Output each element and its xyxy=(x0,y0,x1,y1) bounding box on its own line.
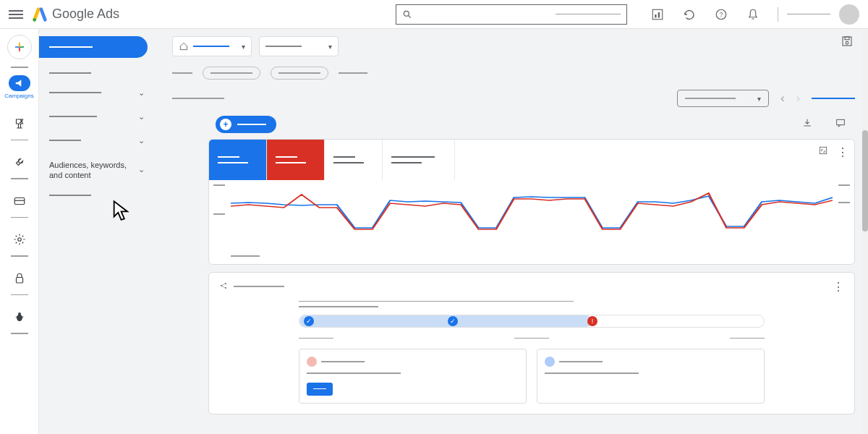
step-error-icon: ! xyxy=(587,316,597,326)
svg-rect-13 xyxy=(14,197,25,204)
filter-chip-1[interactable] xyxy=(203,67,260,80)
prev-arrow[interactable]: ‹ xyxy=(780,92,784,105)
line-chart xyxy=(231,184,833,242)
svg-line-2 xyxy=(409,15,411,17)
breadcrumb xyxy=(172,98,224,99)
svg-rect-16 xyxy=(16,277,22,283)
scrollbar-thumb[interactable] xyxy=(862,130,868,231)
menu-icon[interactable] xyxy=(9,7,23,22)
create-button[interactable] xyxy=(7,35,32,59)
notifications-icon[interactable] xyxy=(746,7,760,22)
action-row: + xyxy=(172,116,855,133)
subcard-action-button[interactable] xyxy=(307,383,333,396)
insight-subcard-2 xyxy=(537,349,765,404)
step-done-icon: ✓ xyxy=(304,316,314,326)
caret-down-icon: ▾ xyxy=(757,95,761,103)
rail-tools[interactable] xyxy=(11,153,28,171)
feedback-icon[interactable] xyxy=(835,117,846,132)
svg-rect-21 xyxy=(837,119,845,124)
caret-down-icon: ▾ xyxy=(242,43,245,51)
svg-point-0 xyxy=(33,18,36,22)
reports-icon[interactable] xyxy=(650,7,665,22)
product-logo[interactable]: Google Ads xyxy=(32,7,119,22)
scope-chip-1[interactable]: ▾ xyxy=(172,36,252,56)
filter-row xyxy=(172,67,855,80)
search-input[interactable] xyxy=(396,4,627,25)
svg-rect-5 xyxy=(658,12,660,18)
account-label[interactable] xyxy=(787,14,830,15)
rail-billing[interactable] xyxy=(11,192,28,210)
header-toolbar: ? xyxy=(650,7,760,22)
date-range-select[interactable]: ▾ xyxy=(677,90,769,107)
left-rail: Campaigns xyxy=(0,29,39,434)
metric-tab-1[interactable] xyxy=(209,140,267,180)
chevron-down-icon: ⌄ xyxy=(138,165,145,174)
search-field[interactable] xyxy=(418,9,550,20)
svg-point-1 xyxy=(404,11,409,16)
svg-point-30 xyxy=(846,41,848,44)
status-dot-icon xyxy=(545,357,555,367)
svg-line-26 xyxy=(222,284,226,286)
svg-line-27 xyxy=(222,286,226,288)
svg-point-15 xyxy=(17,238,21,242)
rail-goals[interactable] xyxy=(11,115,28,132)
product-name: Google Ads xyxy=(52,7,119,22)
svg-rect-4 xyxy=(655,14,656,18)
avatar[interactable] xyxy=(839,4,859,25)
rail-security[interactable] xyxy=(11,270,28,287)
side-nav-item-3[interactable]: ⌄ xyxy=(39,105,153,129)
metrics-chart-card: ⋮ xyxy=(208,139,855,265)
svg-rect-3 xyxy=(652,9,663,20)
side-nav-item-audiences[interactable]: Audiences, keywords, and content⌄ xyxy=(39,153,153,188)
side-nav-item-6[interactable] xyxy=(39,187,153,203)
chevron-down-icon: ⌄ xyxy=(138,136,145,145)
add-button[interactable]: + xyxy=(216,116,276,133)
status-dot-icon xyxy=(307,357,317,367)
step-done-icon: ✓ xyxy=(448,316,458,326)
side-nav-active[interactable] xyxy=(39,36,148,58)
svg-line-19 xyxy=(15,317,17,318)
next-arrow[interactable]: › xyxy=(796,92,800,105)
chart-footer-label xyxy=(231,255,260,257)
svg-point-25 xyxy=(225,287,226,289)
metric-tab-4[interactable] xyxy=(383,140,455,180)
chart-body xyxy=(209,180,854,252)
side-nav: ⌄ ⌄ ⌄ Audiences, keywords, and content⌄ xyxy=(39,29,153,434)
svg-point-24 xyxy=(225,283,226,284)
chevron-down-icon: ⌄ xyxy=(138,88,145,98)
megaphone-icon xyxy=(14,78,25,88)
insight-title xyxy=(234,286,284,287)
breadcrumb-date-row: ▾ ‹ › xyxy=(172,90,855,107)
scrollbar[interactable] xyxy=(862,29,868,434)
rail-campaigns[interactable]: Campaigns xyxy=(4,72,35,102)
save-view-icon[interactable] xyxy=(841,35,854,51)
side-nav-item-2[interactable]: ⌄ xyxy=(39,81,153,105)
metric-tab-2[interactable] xyxy=(267,140,325,180)
plus-circle-icon: + xyxy=(220,119,231,130)
side-nav-item-1[interactable] xyxy=(39,65,153,81)
svg-point-17 xyxy=(17,315,22,321)
scope-controls: ▾ ▾ xyxy=(172,36,855,56)
metric-tabs: ⋮ xyxy=(209,140,854,180)
metric-tab-3[interactable] xyxy=(325,140,383,180)
download-icon[interactable] xyxy=(801,117,813,132)
insight-heading xyxy=(299,301,574,302)
main-content: ▾ ▾ ▾ ‹ › + xyxy=(153,29,868,434)
scope-chip-2[interactable]: ▾ xyxy=(259,36,339,56)
date-tail xyxy=(812,98,855,99)
side-nav-item-4[interactable]: ⌄ xyxy=(39,129,153,153)
refresh-icon[interactable] xyxy=(682,7,697,22)
more-icon[interactable]: ⋮ xyxy=(837,145,848,159)
plus-icon xyxy=(13,41,26,54)
rail-bug[interactable] xyxy=(11,308,28,326)
rail-settings[interactable] xyxy=(11,231,28,248)
expand-chart-icon[interactable] xyxy=(818,145,828,159)
filter-chip-2[interactable] xyxy=(271,67,328,80)
svg-text:?: ? xyxy=(720,12,723,18)
more-icon[interactable]: ⋮ xyxy=(833,280,844,294)
ads-logo-icon xyxy=(32,7,48,22)
insight-subheading xyxy=(299,306,378,307)
svg-rect-29 xyxy=(845,37,849,40)
divider xyxy=(778,7,778,22)
help-icon[interactable]: ? xyxy=(714,7,728,22)
